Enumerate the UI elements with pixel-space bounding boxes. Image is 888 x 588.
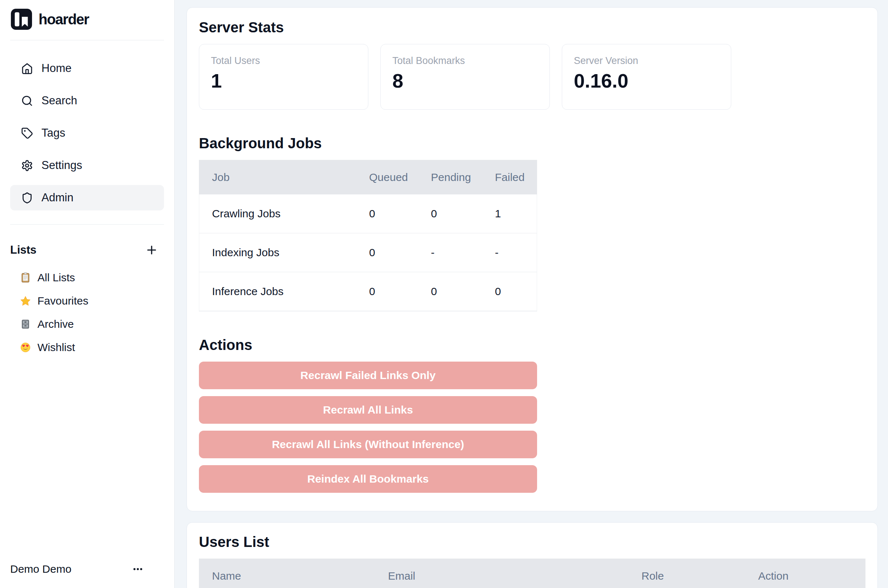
lists-header: Lists: [10, 239, 164, 261]
users-list-card: Users List Name Email Role Action: [186, 522, 878, 588]
user-options-button[interactable]: [132, 563, 144, 575]
stat-card-total-users: Total Users 1: [199, 44, 368, 110]
sidebar-item-label: Tags: [41, 126, 65, 140]
failed-cell: 1: [495, 207, 537, 220]
list-item-label: All Lists: [38, 272, 75, 284]
jobs-table-header: Job Queued Pending Failed: [199, 160, 537, 194]
failed-cell: -: [495, 246, 537, 259]
recrawl-all-links-button[interactable]: Recrawl All Links: [199, 396, 537, 424]
pending-cell: -: [431, 246, 495, 259]
sidebar-divider: [10, 224, 164, 225]
reindex-all-bookmarks-button[interactable]: Reindex All Bookmarks: [199, 465, 537, 493]
column-header-pending: Pending: [431, 171, 495, 183]
stat-label: Total Users: [211, 55, 356, 66]
failed-cell: 0: [495, 285, 537, 298]
lists-group: All Lists Favourites Archive: [10, 269, 164, 356]
stat-value: 1: [211, 70, 356, 92]
column-header-action: Action: [745, 570, 865, 582]
sidebar: hoarder Home Search Tags: [0, 0, 174, 588]
archive-icon: [20, 319, 31, 330]
sidebar-item-archive[interactable]: Archive: [10, 315, 164, 333]
admin-panel-card: Server Stats Total Users 1 Total Bookmar…: [186, 7, 878, 512]
list-item-label: Archive: [38, 318, 74, 330]
heart-eyes-icon: [20, 342, 31, 353]
sidebar-item-label: Settings: [41, 159, 82, 172]
actions-group: Recrawl Failed Links Only Recrawl All Li…: [199, 362, 537, 493]
table-row-crawling-jobs: Crawling Jobs 0 0 1: [199, 194, 537, 233]
hoarder-logo-icon: [10, 8, 33, 30]
brand-name: hoarder: [39, 11, 89, 28]
sidebar-item-favourites[interactable]: Favourites: [10, 292, 164, 310]
star-icon: [20, 296, 31, 306]
column-header-job: Job: [199, 171, 369, 183]
job-name-cell: Crawling Jobs: [199, 207, 369, 220]
list-item-label: Wishlist: [38, 341, 75, 354]
add-list-button[interactable]: [145, 243, 158, 256]
shield-icon: [21, 192, 33, 204]
queued-cell: 0: [369, 207, 431, 220]
recrawl-all-links-without-inference-button[interactable]: Recrawl All Links (Without Inference): [199, 430, 537, 458]
sidebar-item-home[interactable]: Home: [10, 56, 164, 81]
search-icon: [21, 95, 33, 107]
user-name: Demo Demo: [10, 563, 71, 575]
lists-title: Lists: [10, 243, 36, 256]
table-row-inference-jobs: Inference Jobs 0 0 0: [199, 272, 537, 311]
background-jobs-title: Background Jobs: [199, 136, 865, 150]
recrawl-failed-links-button[interactable]: Recrawl Failed Links Only: [199, 362, 537, 389]
background-jobs-table: Job Queued Pending Failed Crawling Jobs …: [199, 160, 537, 312]
actions-title: Actions: [199, 338, 865, 352]
job-name-cell: Indexing Jobs: [199, 246, 369, 259]
sidebar-item-label: Admin: [41, 191, 74, 204]
stat-label: Total Bookmarks: [392, 55, 538, 66]
stat-card-server-version: Server Version 0.16.0: [562, 44, 731, 110]
gear-icon: [21, 159, 33, 171]
sidebar-item-wishlist[interactable]: Wishlist: [10, 339, 164, 356]
server-stats-title: Server Stats: [199, 20, 865, 34]
ellipsis-icon: [132, 563, 144, 575]
stat-label: Server Version: [574, 55, 719, 66]
sidebar-item-label: Home: [41, 62, 72, 75]
user-menu[interactable]: Demo Demo: [10, 560, 164, 578]
sidebar-item-settings[interactable]: Settings: [10, 153, 164, 178]
queued-cell: 0: [369, 285, 431, 298]
pending-cell: 0: [431, 207, 495, 220]
pending-cell: 0: [431, 285, 495, 298]
column-header-role: Role: [628, 570, 745, 582]
jobs-table-body: Crawling Jobs 0 0 1 Indexing Jobs 0 - - …: [199, 194, 537, 312]
sidebar-nav: Home Search Tags Settings: [10, 56, 164, 210]
main-content: Server Stats Total Users 1 Total Bookmar…: [174, 0, 888, 588]
server-stats-row: Total Users 1 Total Bookmarks 8 Server V…: [199, 44, 865, 110]
stat-value: 0.16.0: [574, 70, 719, 92]
table-row-indexing-jobs: Indexing Jobs 0 - -: [199, 233, 537, 272]
tag-icon: [21, 127, 33, 139]
queued-cell: 0: [369, 246, 431, 259]
home-icon: [21, 63, 33, 75]
app-logo[interactable]: hoarder: [10, 9, 164, 30]
stat-value: 8: [392, 70, 538, 92]
column-header-failed: Failed: [495, 171, 537, 183]
sidebar-item-label: Search: [41, 94, 77, 107]
column-header-email: Email: [375, 570, 628, 582]
stat-card-total-bookmarks: Total Bookmarks 8: [380, 44, 550, 110]
users-list-title: Users List: [199, 535, 865, 549]
list-item-label: Favourites: [38, 295, 89, 307]
clipboard-icon: [20, 272, 31, 283]
plus-icon: [145, 243, 158, 256]
sidebar-item-admin[interactable]: Admin: [10, 185, 164, 210]
sidebar-item-tags[interactable]: Tags: [10, 120, 164, 146]
sidebar-divider: [10, 40, 164, 40]
sidebar-item-search[interactable]: Search: [10, 88, 164, 113]
sidebar-item-all-lists[interactable]: All Lists: [10, 269, 164, 286]
column-header-queued: Queued: [369, 171, 431, 183]
column-header-name: Name: [199, 570, 375, 582]
users-table-header: Name Email Role Action: [199, 559, 865, 588]
job-name-cell: Inference Jobs: [199, 285, 369, 298]
